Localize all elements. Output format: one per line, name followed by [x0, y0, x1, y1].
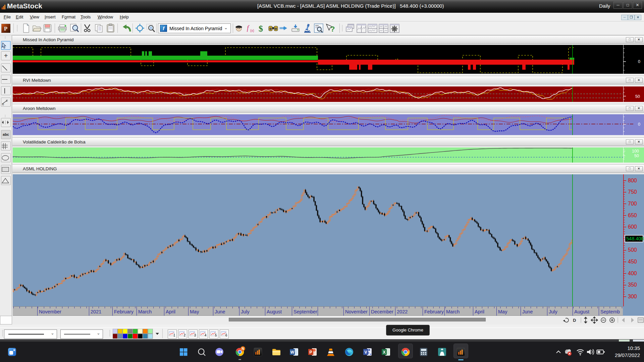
svg-text:2: 2 — [184, 334, 186, 337]
svg-text:L: L — [6, 99, 8, 102]
svg-text:750: 750 — [628, 189, 637, 195]
svg-text:S: S — [2, 103, 4, 106]
svg-text:300: 300 — [628, 294, 637, 299]
svg-text:June: June — [522, 309, 533, 314]
svg-text:September: September — [293, 309, 317, 314]
svg-text:August: August — [574, 309, 589, 314]
svg-text:6: 6 — [225, 334, 227, 337]
svg-text:600: 600 — [628, 224, 637, 230]
svg-text:D: D — [573, 318, 576, 323]
svg-text:X: X — [383, 350, 385, 355]
svg-text:February: February — [424, 309, 444, 314]
svg-text:June: June — [215, 309, 225, 314]
svg-text:650: 650 — [628, 213, 637, 218]
svg-text:450: 450 — [628, 259, 637, 264]
svg-text:800: 800 — [628, 178, 637, 183]
svg-text:?: ? — [330, 25, 335, 33]
svg-text:700: 700 — [628, 201, 637, 206]
svg-text:November: November — [39, 309, 61, 314]
svg-text:$: $ — [259, 24, 263, 33]
svg-text:April: April — [166, 309, 175, 314]
svg-text:April: April — [475, 309, 484, 314]
svg-text:4: 4 — [205, 334, 207, 337]
svg-text:350: 350 — [628, 282, 637, 288]
svg-text:50: 50 — [635, 94, 640, 99]
svg-text:5: 5 — [215, 334, 217, 337]
svg-text:500: 500 — [628, 247, 637, 253]
svg-text:February: February — [114, 309, 134, 314]
svg-text:+: + — [150, 26, 152, 30]
svg-text:July: July — [549, 309, 558, 314]
svg-text:P: P — [4, 25, 7, 32]
svg-text:July: July — [241, 309, 250, 314]
svg-text:100: 100 — [632, 149, 639, 154]
svg-text:3: 3 — [194, 334, 196, 337]
svg-text:f: f — [247, 24, 250, 32]
svg-text:P: P — [309, 350, 312, 355]
svg-text:(x): (x) — [250, 29, 254, 33]
svg-text:2021: 2021 — [91, 309, 101, 314]
svg-text:May: May — [498, 309, 507, 314]
svg-text:400: 400 — [628, 270, 637, 276]
svg-text:March: March — [138, 309, 152, 314]
svg-text:1: 1 — [173, 334, 175, 337]
svg-text:W: W — [290, 350, 294, 355]
svg-text:November: November — [345, 309, 368, 314]
svg-text:548.400: 548.400 — [626, 236, 644, 241]
svg-text:50: 50 — [634, 154, 639, 158]
svg-text:0: 0 — [638, 122, 640, 127]
svg-text:V: V — [364, 350, 367, 355]
svg-text:December: December — [371, 309, 393, 314]
svg-text:May: May — [190, 309, 199, 314]
svg-text:N: N — [241, 347, 244, 351]
svg-text:August: August — [267, 309, 282, 314]
svg-text:2022: 2022 — [397, 309, 408, 314]
svg-text:0: 0 — [638, 59, 640, 64]
svg-text:Septemb: Septemb — [600, 309, 620, 314]
svg-text:March: March — [446, 309, 460, 314]
